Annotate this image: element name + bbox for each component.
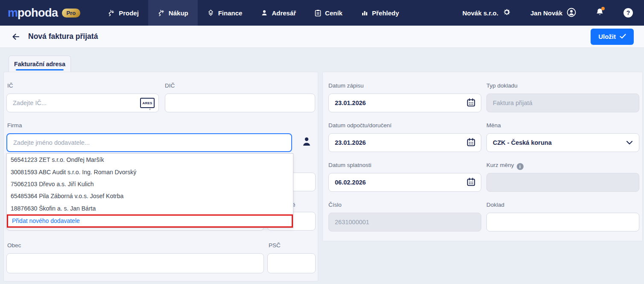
save-button[interactable]: Uložit bbox=[591, 29, 634, 45]
doklad-label: Doklad bbox=[486, 202, 504, 208]
logo-text: pohoda bbox=[18, 6, 58, 20]
check-icon bbox=[620, 33, 626, 40]
tab-label: Fakturační adresa bbox=[14, 61, 65, 67]
notifications-bell-icon[interactable] bbox=[596, 8, 604, 18]
ic-input[interactable] bbox=[6, 94, 159, 112]
kurz-meny-input bbox=[486, 173, 639, 192]
nav-item-label: Nákup bbox=[169, 9, 188, 17]
reports-icon bbox=[361, 9, 368, 16]
gear-icon[interactable] bbox=[503, 8, 511, 18]
add-new-supplier-option[interactable]: Přidat nového dodavatele bbox=[7, 214, 293, 228]
kurz-meny-label-text: Kurz měny bbox=[486, 162, 514, 168]
calendar-icon[interactable] bbox=[466, 177, 476, 188]
currency-select[interactable]: CZK - Česká koruna bbox=[486, 133, 639, 152]
dic-input[interactable] bbox=[165, 94, 315, 112]
supplier-option[interactable]: 56541223 ZET s.r.o. Ondřej Maršík bbox=[7, 154, 293, 166]
nav-item-prehledy[interactable]: Přehledy bbox=[352, 0, 408, 26]
nav-item-adresar[interactable]: Adresář bbox=[252, 0, 305, 26]
nav-item-label: Finance bbox=[218, 9, 243, 17]
user-menu[interactable]: Jan Novák bbox=[530, 8, 576, 18]
datum-splatnosti-label: Datum splatnosti bbox=[328, 162, 372, 168]
supplier-option[interactable]: 65485364 Pila Záborná v.o.s. Josef Kotrb… bbox=[7, 190, 293, 202]
nav-item-label: Prodej bbox=[119, 9, 139, 17]
ares-lookup-button[interactable]: ARES ↓ bbox=[140, 98, 155, 108]
ares-down-arrow-icon: ↓ bbox=[149, 105, 151, 111]
firma-label: Firma bbox=[7, 122, 22, 129]
nav-item-finance[interactable]: Finance bbox=[198, 0, 252, 26]
navbar-right: Novák s.r.o. Jan Novák ? bbox=[463, 8, 644, 18]
kurz-meny-label: Kurz měnyi bbox=[486, 162, 524, 170]
chevron-down-icon bbox=[626, 141, 633, 145]
nav-item-prodej[interactable]: Prodej bbox=[98, 0, 148, 26]
obec-label: Obec bbox=[7, 242, 21, 249]
address-book-person-icon[interactable] bbox=[302, 136, 312, 149]
company-name: Novák s.r.o. bbox=[463, 9, 498, 17]
document-details-panel: Datum zápisu Typ dokladu Datum odpočtu/d… bbox=[322, 72, 643, 241]
page-header: Nová faktura přijatá Uložit bbox=[0, 26, 644, 48]
currency-value: CZK - Česká koruna bbox=[493, 139, 552, 146]
calendar-icon[interactable] bbox=[466, 98, 476, 109]
app-logo[interactable]: mpohoda Pro bbox=[0, 6, 86, 20]
user-avatar-icon[interactable] bbox=[567, 8, 576, 18]
supplier-dropdown: 56541223 ZET s.r.o. Ondřej Maršík 300815… bbox=[6, 153, 293, 228]
typ-dokladu-input bbox=[486, 94, 639, 112]
billing-address-panel: IČ ARES ↓ DIČ Firma ě Obec bbox=[3, 72, 318, 281]
datum-odpoctu-label: Datum odpočtu/doručení bbox=[328, 122, 392, 129]
help-icon[interactable]: ? bbox=[624, 8, 633, 18]
nav-item-nakup[interactable]: Nákup bbox=[148, 0, 198, 26]
mena-label: Měna bbox=[486, 122, 501, 129]
logo-m-glyph: m bbox=[8, 6, 18, 20]
info-icon[interactable]: i bbox=[517, 163, 524, 170]
city-input[interactable] bbox=[6, 253, 264, 273]
nav-item-cenik[interactable]: Ceník bbox=[305, 0, 352, 26]
content-area: Fakturační adresa IČ ARES ↓ DIČ Firma bbox=[0, 48, 644, 284]
pricelist-icon bbox=[315, 9, 321, 17]
notification-dot bbox=[601, 7, 605, 10]
cislo-label: Číslo bbox=[328, 202, 342, 208]
ic-label: IČ bbox=[7, 82, 13, 89]
datum-zapisu-input[interactable] bbox=[328, 94, 481, 112]
top-navbar: mpohoda Pro Prodej Nákup Finance bbox=[0, 0, 644, 26]
nav-item-label: Přehledy bbox=[372, 9, 399, 17]
ares-label: ARES bbox=[142, 101, 152, 105]
finance-icon bbox=[207, 9, 214, 17]
pro-badge: Pro bbox=[62, 9, 81, 18]
invoice-up-icon bbox=[158, 9, 165, 17]
page-title: Nová faktura přijatá bbox=[28, 32, 98, 41]
psc-label: PSČ bbox=[269, 242, 281, 249]
datum-zapisu-label: Datum zápisu bbox=[328, 82, 364, 89]
invoice-down-icon bbox=[108, 9, 115, 17]
save-button-label: Uložit bbox=[598, 33, 616, 40]
dic-label: DIČ bbox=[165, 82, 175, 89]
typ-dokladu-label: Typ dokladu bbox=[486, 82, 518, 89]
supplier-option[interactable]: 18876630 Škofin a. s. Jan Bárta bbox=[7, 202, 293, 214]
help-glyph: ? bbox=[626, 9, 630, 16]
back-arrow-icon[interactable] bbox=[10, 31, 21, 42]
datum-splatnosti-input[interactable] bbox=[328, 173, 481, 192]
cislo-input bbox=[328, 213, 481, 231]
zip-input[interactable] bbox=[267, 253, 316, 273]
nav-item-label: Ceník bbox=[325, 9, 342, 17]
info-glyph: i bbox=[519, 164, 521, 169]
contacts-icon bbox=[261, 9, 268, 16]
datum-odpoctu-input[interactable] bbox=[328, 133, 481, 152]
tab-active-underline bbox=[16, 69, 64, 70]
supplier-option[interactable]: 30081593 ABC Audit s.r.o. Ing. Roman Dvo… bbox=[7, 166, 293, 178]
company-switcher[interactable]: Novák s.r.o. bbox=[463, 8, 511, 18]
supplier-name-input[interactable] bbox=[6, 133, 292, 152]
user-name: Jan Novák bbox=[530, 9, 562, 17]
app-root: mpohoda Pro Prodej Nákup Finance bbox=[0, 0, 644, 284]
tab-fakturacni-adresa[interactable]: Fakturační adresa bbox=[9, 56, 71, 72]
nav-item-label: Adresář bbox=[272, 9, 296, 17]
calendar-icon[interactable] bbox=[466, 138, 476, 149]
doklad-input[interactable] bbox=[486, 213, 639, 231]
main-menu: Prodej Nákup Finance Adresář bbox=[98, 0, 408, 26]
supplier-option[interactable]: 75062103 Dřevo a.s. Jiří Kulich bbox=[7, 178, 293, 190]
